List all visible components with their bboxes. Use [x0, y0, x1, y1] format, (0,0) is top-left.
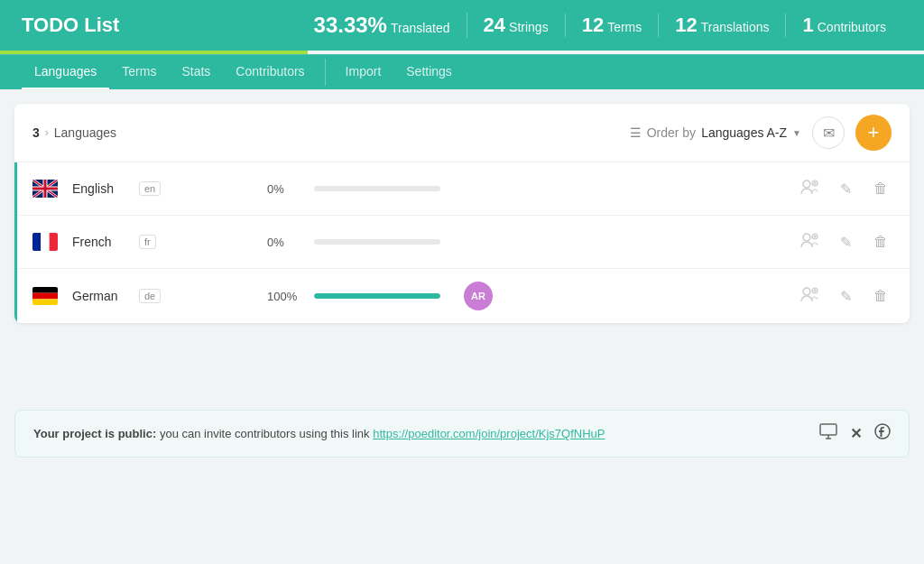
stat-translated-number: 33.33% — [314, 13, 387, 38]
language-row-french: French fr 0% — [14, 216, 910, 269]
svg-point-11 — [803, 288, 810, 295]
french-edit-icon[interactable]: ✎ — [836, 230, 855, 254]
english-lang-name: English — [72, 181, 126, 196]
english-percent: 0% — [267, 182, 300, 196]
svg-rect-9 — [32, 293, 58, 300]
english-actions: ✎ 🗑 — [797, 175, 892, 202]
french-lang-info: French fr — [72, 235, 253, 249]
footer-invite-text: you can invite contributors using this l… — [160, 427, 373, 440]
language-row-english: English en 0% — [14, 162, 910, 216]
german-contributor-avatar[interactable]: AR — [464, 282, 493, 310]
order-by-control[interactable]: ☰ Order by Languages A-Z ▼ — [630, 125, 801, 140]
svg-point-6 — [803, 234, 810, 241]
main-nav: Languages Terms Stats Contributors Impor… — [0, 54, 924, 89]
stat-contributors: 1 Contributors — [786, 14, 902, 37]
english-delete-icon[interactable]: 🗑 — [870, 177, 892, 200]
flag-english — [32, 180, 58, 198]
plus-icon: + — [868, 121, 880, 144]
svg-rect-10 — [32, 299, 58, 305]
english-progress-track — [314, 186, 440, 191]
language-row-german: German de 100% AR — [14, 269, 910, 323]
nav-item-stats[interactable]: Stats — [169, 55, 223, 89]
nav-item-languages[interactable]: Languages — [22, 55, 109, 89]
footer-invite-link[interactable]: https://poeditor.com/join/project/Kjs7Qf… — [373, 427, 605, 440]
header-stats: 33.33% Translated 24 Strings 12 Terms 12… — [298, 13, 902, 38]
german-edit-icon[interactable]: ✎ — [836, 284, 855, 309]
footer-public-bar: Your project is public: you can invite c… — [14, 410, 910, 458]
french-lang-code: fr — [139, 235, 156, 249]
filter-lines-icon: ☰ — [630, 125, 642, 140]
card-header-right: ☰ Order by Languages A-Z ▼ ✉ + — [630, 115, 892, 151]
nav-item-settings[interactable]: Settings — [393, 55, 465, 89]
languages-card: 3 › Languages ☰ Order by Languages A-Z ▼… — [14, 104, 910, 323]
stat-strings-label: Strings — [509, 20, 549, 34]
english-edit-icon[interactable]: ✎ — [836, 177, 855, 201]
left-accent — [14, 162, 17, 323]
order-by-label: Order by — [647, 125, 696, 140]
german-progress-track — [314, 293, 440, 299]
nav-item-terms[interactable]: Terms — [109, 55, 169, 89]
english-lang-info: English en — [72, 181, 253, 196]
svg-rect-5 — [50, 233, 58, 251]
stat-terms: 12 Terms — [566, 14, 660, 37]
svg-rect-3 — [32, 233, 41, 251]
spacer — [14, 323, 910, 395]
svg-rect-4 — [41, 233, 49, 251]
app-header: TODO List 33.33% Translated 24 Strings 1… — [0, 0, 924, 51]
svg-rect-13 — [820, 424, 836, 435]
svg-rect-8 — [32, 287, 58, 293]
german-progress-fill — [314, 293, 440, 299]
monitor-icon[interactable] — [819, 423, 837, 444]
stat-terms-number: 12 — [582, 14, 604, 37]
french-contributors-icon[interactable] — [797, 228, 822, 255]
card-header: 3 › Languages ☰ Order by Languages A-Z ▼… — [14, 104, 910, 162]
german-percent: 100% — [267, 290, 300, 303]
order-by-value: Languages A-Z — [701, 125, 787, 140]
breadcrumb-chevron-icon: › — [45, 126, 49, 139]
german-lang-info: German de — [72, 289, 253, 303]
flag-german — [32, 287, 58, 305]
german-delete-icon[interactable]: 🗑 — [870, 284, 892, 308]
card-body: English en 0% — [14, 162, 910, 323]
german-contributors-icon[interactable] — [797, 282, 822, 310]
german-lang-name: German — [72, 289, 126, 303]
stat-translations-label: Translations — [701, 20, 770, 34]
facebook-icon[interactable] — [874, 423, 891, 444]
german-actions: ✎ 🗑 — [797, 282, 892, 310]
stat-translations-number: 12 — [675, 14, 697, 37]
stat-contributors-number: 1 — [802, 14, 813, 37]
english-lang-code: en — [139, 181, 161, 196]
stat-terms-label: Terms — [607, 20, 642, 34]
footer-public-label: Your project is public: — [33, 427, 156, 440]
email-icon: ✉ — [823, 125, 835, 142]
main-content: 3 › Languages ☰ Order by Languages A-Z ▼… — [0, 89, 924, 410]
stat-translated: 33.33% Translated — [298, 13, 467, 38]
flag-french — [32, 233, 58, 251]
breadcrumb-label: Languages — [54, 125, 116, 140]
stat-translated-label: Translated — [391, 21, 450, 35]
nav-item-contributors[interactable]: Contributors — [223, 55, 317, 89]
english-contributors-icon[interactable] — [797, 175, 822, 202]
german-lang-code: de — [139, 289, 161, 303]
stat-strings-number: 24 — [484, 14, 505, 37]
french-lang-name: French — [72, 235, 126, 249]
nav-divider — [325, 59, 326, 86]
french-delete-icon[interactable]: 🗑 — [870, 230, 892, 254]
svg-point-1 — [803, 180, 810, 188]
french-progress-track — [314, 239, 440, 245]
footer-text: Your project is public: you can invite c… — [33, 427, 605, 440]
breadcrumb: 3 › Languages — [32, 125, 116, 140]
chevron-down-icon: ▼ — [792, 128, 801, 138]
french-actions: ✎ 🗑 — [797, 228, 892, 255]
app-title: TODO List — [22, 14, 119, 37]
nav-item-import[interactable]: Import — [333, 55, 394, 89]
stat-contributors-label: Contributors — [818, 20, 886, 34]
email-button[interactable]: ✉ — [812, 116, 845, 149]
header-progress-fill — [0, 51, 308, 54]
x-twitter-icon[interactable]: ✕ — [850, 425, 862, 442]
add-language-button[interactable]: + — [855, 115, 892, 151]
french-percent: 0% — [267, 236, 300, 249]
breadcrumb-count: 3 — [32, 125, 40, 140]
stat-translations: 12 Translations — [659, 14, 786, 37]
stat-strings: 24 Strings — [467, 14, 566, 37]
